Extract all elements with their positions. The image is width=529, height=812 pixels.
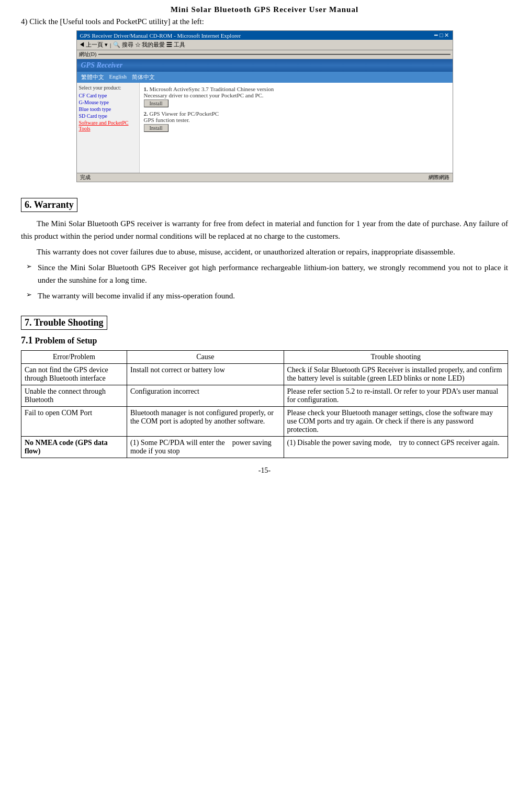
cause-1: Install not correct or battery low xyxy=(127,364,284,385)
gps-body: Select your product: CF Card type G-Mous… xyxy=(77,83,453,173)
gps-main: 1. Microsoft ActiveSync 3.7 Traditional … xyxy=(140,83,453,173)
page-title: Mini Solar Bluetooth GPS Receiver User M… xyxy=(21,5,508,14)
screenshot-container: GPS Receiver Driver/Manual CD-ROM - Micr… xyxy=(76,30,453,182)
error-4-bold: No NMEA code (GPS data flow) xyxy=(25,439,108,455)
shooting-4: (1) Disable the power saving mode, try t… xyxy=(284,437,508,458)
sidebar-sdcard[interactable]: SD Card type xyxy=(79,113,137,119)
browser-title-bar: GPS Receiver Driver/Manual CD-ROM - Micr… xyxy=(77,31,453,40)
intro-text: 4) Click the [Useful tools and PocketPC … xyxy=(21,17,508,26)
item2-num: 2. xyxy=(144,110,148,117)
back-btn[interactable]: ◀ 上一頁 ▾ xyxy=(79,41,108,49)
trouble-section: 7. Trouble Shooting 7.1 Problem of Setup… xyxy=(21,309,508,458)
nav-eng[interactable]: English xyxy=(109,73,127,81)
nav-trad[interactable]: 繁體中文 xyxy=(81,73,104,81)
sidebar-cf[interactable]: CF Card type xyxy=(79,93,137,98)
main-item-1: 1. Microsoft ActiveSync 3.7 Traditional … xyxy=(144,86,448,107)
error-2: Unable the connect through Bluetooth xyxy=(21,385,127,407)
toolbar-sep: | xyxy=(110,42,111,48)
warranty-bullet-1: ➢ Since the Mini Solar Bluetooth GPS Rec… xyxy=(21,261,508,286)
page-footer: -15- xyxy=(21,466,508,475)
shooting-3: Please check your Bluetooth manager sett… xyxy=(284,407,508,437)
browser-controls: ━ □ ✕ xyxy=(434,32,449,39)
warranty-content: The Mini Solar Bluetooth GPS receiver is… xyxy=(21,217,508,302)
table-row: Can not find the GPS device through Blue… xyxy=(21,364,508,385)
item2-title: GPS Viewer for PC/PocketPC xyxy=(150,110,219,117)
warranty-heading: 6. Warranty xyxy=(21,198,77,212)
gps-logo-text: GPS Receiver xyxy=(81,61,123,69)
sidebar-bluetooth[interactable]: Blue tooth type xyxy=(79,106,137,112)
subsection-title: 7.1 Problem of Setup xyxy=(21,335,508,346)
select-product-label: Select your product: xyxy=(79,85,137,91)
col-cause: Cause xyxy=(127,351,284,364)
install-btn-1[interactable]: Install xyxy=(144,99,168,107)
shooting-2: Please refer section 5.2 to re-install. … xyxy=(284,385,508,407)
table-row: No NMEA code (GPS data flow) (1) Some PC… xyxy=(21,437,508,458)
address-label: 網址(D) xyxy=(79,51,97,58)
subsection-bold-num: 7.1 xyxy=(21,335,33,346)
sidebar-software[interactable]: Software and PocketPC Tools xyxy=(79,120,137,131)
main-item-2: 2. GPS Viewer for PC/PocketPC GPS functi… xyxy=(144,110,448,132)
shooting-1: Check if Solar Bluetooth GPS Receiver is… xyxy=(284,364,508,385)
bullet-arrow-1: ➢ xyxy=(26,261,33,286)
error-4: No NMEA code (GPS data flow) xyxy=(21,437,127,458)
col-error: Error/Problem xyxy=(21,351,127,364)
browser-content: GPS Receiver 繁體中文 English 简体中文 Select yo… xyxy=(77,59,453,173)
table-header-row: Error/Problem Cause Trouble shooting xyxy=(21,351,508,364)
browser-title-text: GPS Receiver Driver/Manual CD-ROM - Micr… xyxy=(80,32,241,39)
warranty-bullet-1-text: Since the Mini Solar Bluetooth GPS Recei… xyxy=(38,261,508,286)
trouble-heading: 7. Trouble Shooting xyxy=(21,316,107,330)
bullet-arrow-2: ➢ xyxy=(26,290,33,302)
browser-window: GPS Receiver Driver/Manual CD-ROM - Micr… xyxy=(77,31,453,182)
col-shooting: Trouble shooting xyxy=(284,351,508,364)
sidebar-gmouse[interactable]: G-Mouse type xyxy=(79,99,137,105)
gps-nav: 繁體中文 English 简体中文 xyxy=(77,72,453,83)
item1-title: Microsoft ActiveSync 3.7 Traditional Chi… xyxy=(150,86,274,92)
gps-sidebar: Select your product: CF Card type G-Mous… xyxy=(77,83,140,173)
trouble-table: Error/Problem Cause Trouble shooting Can… xyxy=(21,350,508,458)
toolbar-icons: 🔍 搜尋 ☆ 我的最愛 ☰ 工具 xyxy=(113,41,185,49)
table-row: Fail to open COM Port Bluetooth manager … xyxy=(21,407,508,437)
warranty-bullet-2-text: The warranty will become invalid if any … xyxy=(38,290,235,302)
error-1: Can not find the GPS device through Blue… xyxy=(21,364,127,385)
install-btn-2[interactable]: Install xyxy=(144,124,168,132)
cause-2: Configuration incorrect xyxy=(127,385,284,407)
warranty-para2: This warranty does not cover failures du… xyxy=(21,246,508,258)
item1-desc: Necessary driver to connect your PocketP… xyxy=(144,92,264,98)
address-input[interactable] xyxy=(98,54,450,55)
gps-header: GPS Receiver xyxy=(77,59,453,72)
warranty-bullet-2: ➢ The warranty will become invalid if an… xyxy=(21,290,508,302)
cause-4: (1) Some PC/PDA will enter the power sav… xyxy=(127,437,284,458)
address-bar: 網址(D) xyxy=(77,50,453,59)
status-left: 完成 xyxy=(80,174,91,181)
table-row: Unable the connect through Bluetooth Con… xyxy=(21,385,508,407)
status-right: 網際網路 xyxy=(429,174,449,181)
item2-desc: GPS function tester. xyxy=(144,117,190,123)
item1-num: 1. xyxy=(144,86,148,92)
warranty-section: 6. Warranty The Mini Solar Bluetooth GPS… xyxy=(21,192,508,302)
error-3: Fail to open COM Port xyxy=(21,407,127,437)
nav-simp[interactable]: 简体中文 xyxy=(132,73,155,81)
subsection-text: Problem of Setup xyxy=(35,336,97,345)
cause-3: Bluetooth manager is not configured prop… xyxy=(127,407,284,437)
browser-status-bar: 完成 網際網路 xyxy=(77,173,453,182)
browser-toolbar: ◀ 上一頁 ▾ | 🔍 搜尋 ☆ 我的最愛 ☰ 工具 xyxy=(77,40,453,50)
warranty-para1: The Mini Solar Bluetooth GPS receiver is… xyxy=(21,217,508,242)
